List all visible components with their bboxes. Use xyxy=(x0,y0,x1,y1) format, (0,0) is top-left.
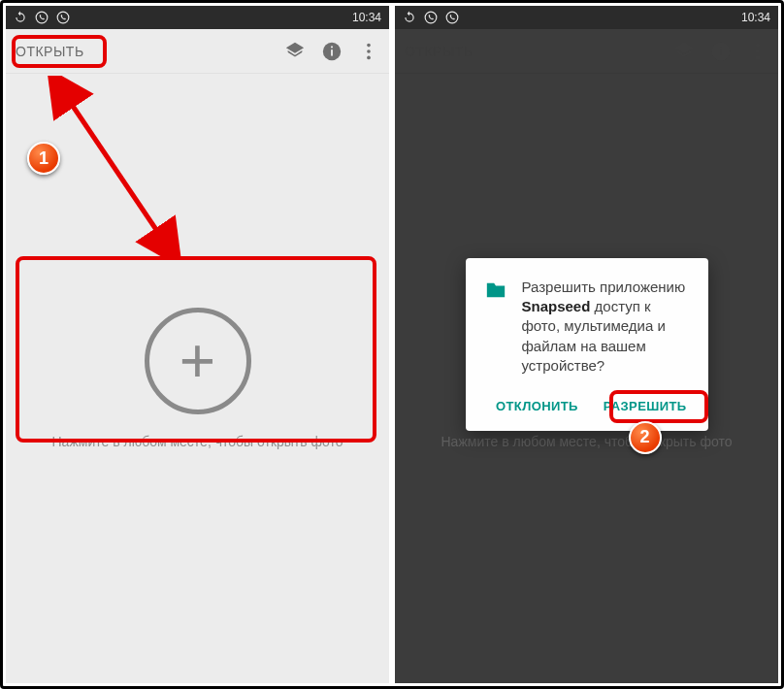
info-icon[interactable] xyxy=(321,41,343,62)
status-bar: 10:34 xyxy=(6,6,389,29)
refresh-icon xyxy=(14,11,27,24)
viber-icon xyxy=(35,11,49,24)
main-area[interactable]: + Нажмите в любом месте, чтобы открыть ф… xyxy=(6,74,389,683)
viber-icon xyxy=(56,11,70,24)
svg-rect-4 xyxy=(331,46,333,48)
dialog-app-name: Snapseed xyxy=(522,298,591,314)
open-button[interactable]: ОТКРЫТЬ xyxy=(16,44,84,59)
step-badge-2: 2 xyxy=(629,421,662,454)
phone-right: 10:34 ОТКРЫТЬ + Нажмите в любом месте, ч… xyxy=(395,6,778,683)
step-badge-1: 1 xyxy=(27,142,60,175)
svg-point-0 xyxy=(36,12,48,23)
svg-point-7 xyxy=(367,55,371,59)
svg-point-1 xyxy=(57,12,69,23)
svg-point-6 xyxy=(367,49,371,53)
plus-icon[interactable]: + xyxy=(145,308,251,414)
folder-icon xyxy=(483,279,508,301)
overflow-menu-icon[interactable] xyxy=(358,41,379,62)
svg-rect-3 xyxy=(331,49,333,55)
app-toolbar: ОТКРЫТЬ xyxy=(6,29,389,74)
permission-dialog: Разрешить приложению Snapseed доступ к ф… xyxy=(466,258,708,431)
allow-button[interactable]: РАЗРЕШИТЬ xyxy=(600,393,691,419)
svg-point-5 xyxy=(367,43,371,47)
deny-button[interactable]: ОТКЛОНИТЬ xyxy=(492,393,582,419)
layers-icon[interactable] xyxy=(284,41,306,62)
status-time: 10:34 xyxy=(352,11,381,24)
dialog-text: Разрешить приложению Snapseed доступ к ф… xyxy=(522,278,691,376)
dialog-prefix: Разрешить приложению xyxy=(522,279,686,295)
hint-text: Нажмите в любом месте, чтобы открыть фот… xyxy=(52,434,343,449)
phone-left: 10:34 ОТКРЫТЬ + Нажмите в любом месте, ч… xyxy=(6,6,389,683)
add-photo-area[interactable]: + Нажмите в любом месте, чтобы открыть ф… xyxy=(6,288,389,469)
dialog-overlay: Разрешить приложению Snapseed доступ к ф… xyxy=(395,6,778,683)
